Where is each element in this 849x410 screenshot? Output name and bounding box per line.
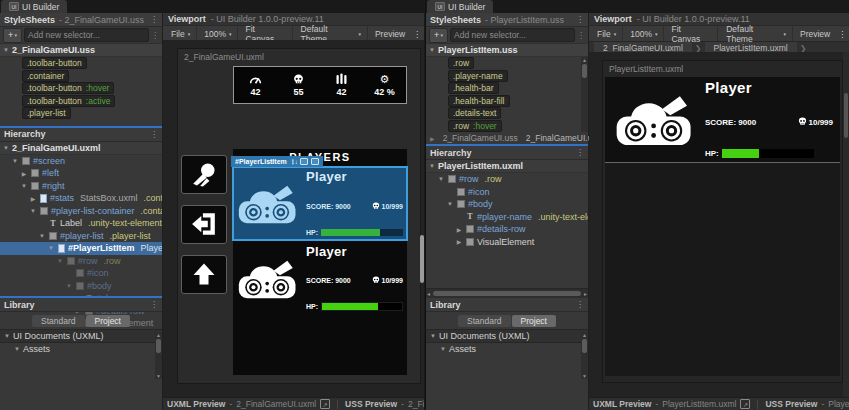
expand-arrow-icon[interactable]: ▼ [440,346,446,352]
hierarchy-item-icon[interactable]: #icon [0,267,162,280]
scroll-thumb[interactable] [433,291,581,296]
hierarchy-item-left[interactable]: ▶#left [0,167,162,180]
zoom-select[interactable]: 100%▾ [624,26,664,41]
open-external-icon[interactable]: ↗ [740,399,750,409]
uss-selector-row[interactable]: .player-name [426,70,588,83]
scroll-right-icon[interactable]: ▸ [584,290,587,297]
pane-menu-icon[interactable]: ⋮ [150,15,158,24]
uss-selector-row[interactable]: .row:hover [426,120,588,133]
scrollbar[interactable]: ▲ ▼ [581,332,588,379]
tab-ui-builder[interactable]: UI UI Builder [1,0,67,13]
pane-menu-icon[interactable]: ⋮ [150,300,158,309]
selector-menu-icon[interactable]: ⋮ [151,31,159,40]
selector-menu-icon[interactable]: ⋮ [577,31,585,40]
viewport-menu-icon[interactable]: ⋮ [412,29,422,39]
expand-arrow-icon[interactable]: ▼ [38,233,46,239]
horizontal-scrollbar[interactable]: ◂ ▸ [426,288,588,298]
hierarchy-item-row[interactable]: ▼#row.row [426,173,588,186]
tab-ui-builder[interactable]: UI UI Builder [427,0,493,13]
players-panel[interactable]: PLAYERS #PlayerListItem⋮↓ PlayerSCORE: 9… [233,149,407,375]
player-list-item[interactable]: PlayerSCORE: 900010/999HP: [233,242,407,315]
uss-selector[interactable]: .player-name [448,70,508,82]
library-tab-standard[interactable]: Standard [32,315,85,327]
uss-selector[interactable]: .toolbar-button:active [22,95,115,107]
hierarchy-item-details-row[interactable]: ▶#details-row [426,223,588,236]
uss-selector-row[interactable]: .row [426,57,588,70]
scroll-thumb[interactable] [420,235,424,283]
scroll-down-icon[interactable]: ▼ [156,373,161,379]
scroll-thumb[interactable] [582,339,587,353]
canvas[interactable]: 2_FinalGameUI.uxml 425542⚙42 % PLAYERS #… [177,48,421,384]
pane-menu-icon[interactable]: ⋮ [576,148,584,157]
stats-box[interactable]: 425542⚙42 % [233,66,407,104]
add-selector-button[interactable]: +▾ [3,28,22,43]
add-selector-input[interactable]: Add new selector... [450,28,575,42]
expand-arrow-icon[interactable]: ▼ [56,258,64,264]
uxml-root-row[interactable]: ▼ 2_FinalGameUI.uxml [0,142,162,155]
uss-selector[interactable]: .health-bar [448,82,499,94]
pane-menu-icon[interactable]: ⋮ [576,15,584,24]
hierarchy-item-row[interactable]: ▼#row.row [0,255,162,268]
theme-select[interactable]: Default Theme▾ [720,26,793,41]
expand-arrow-icon[interactable]: ▼ [4,333,10,339]
unpack-instance-icon[interactable] [311,158,319,165]
pane-menu-icon[interactable]: ⋮ [150,130,158,139]
uss-footer-row[interactable]: ▶ 2_FinalGameUI.uss 2_FinalGameUI.uxml [426,132,588,144]
open-external-icon[interactable]: ↗ [320,399,330,409]
uss-selector-row[interactable]: .health-bar-fill [426,95,588,108]
file-menu-button[interactable]: File▾ [165,26,197,41]
expand-arrow-icon[interactable]: ▶ [20,170,28,177]
game-toolbar-button-up-arrow[interactable] [181,255,227,294]
expand-arrow-icon[interactable]: ▼ [437,176,445,182]
uss-selector-row[interactable]: .player-list [0,107,162,120]
preview-button[interactable]: Preview [794,26,836,41]
scroll-thumb[interactable] [844,93,848,138]
selection-tag[interactable]: #PlayerListItem⋮↓ [231,156,323,167]
hierarchy-item-stats[interactable]: ▶#statsStatsBox.uxml.container [0,192,162,205]
scroll-up-icon[interactable]: ▲ [156,332,161,338]
game-toolbar-button-comet[interactable] [181,155,227,194]
uss-selector-row[interactable]: .toolbar-button:hover [0,82,162,95]
library-section-assets[interactable]: ▼Assets [0,342,162,355]
hierarchy-item-playerlistitem[interactable]: ▼#PlayerListItemPlayerListItem.u [0,242,162,255]
player-list-item[interactable]: #PlayerListItem⋮↓ PlayerSCORE: 900010/99… [233,167,407,240]
library-section-assets[interactable]: ▼Assets [426,342,588,355]
uss-selector[interactable]: .health-bar-fill [448,95,510,107]
scrollbar[interactable]: ▲ [581,57,588,132]
reorder-icon[interactable]: ⋮↓ [290,158,297,165]
scroll-thumb[interactable] [156,339,161,353]
uss-selector-row[interactable]: .details-text [426,107,588,120]
expand-arrow-icon[interactable]: ▼ [11,158,19,164]
uss-selector-row[interactable]: .health-bar [426,82,588,95]
expand-arrow-icon[interactable]: ▼ [20,183,28,189]
hierarchy-item-label[interactable]: TLabel.unity-text-element .unity- [0,217,162,230]
hierarchy-item-body[interactable]: ▼#body [426,198,588,211]
viewport-menu-icon[interactable]: ⋮ [837,29,847,39]
uss-selector-row[interactable]: .toolbar-button:active [0,95,162,108]
file-menu-button[interactable]: File▾ [591,26,623,41]
zoom-select[interactable]: 100%▾ [198,26,238,41]
library-tab-standard[interactable]: Standard [458,315,511,327]
uss-selector[interactable]: .details-text [448,107,501,119]
pane-menu-icon[interactable]: ⋮ [576,300,584,309]
scroll-down-icon[interactable]: ▼ [582,373,587,379]
expand-arrow-icon[interactable]: ▼ [430,333,436,339]
uss-root-row[interactable]: ▼ PlayerListItem.uss [426,44,588,57]
scroll-thumb[interactable] [582,64,587,78]
player-list-item-row[interactable]: Player SCORE: 9000 10/999 HP: [605,77,840,163]
uss-selector[interactable]: .row:hover [448,120,502,132]
expand-arrow-icon[interactable]: ▼ [446,201,454,207]
scroll-up-icon[interactable]: ▲ [582,57,587,63]
hierarchy-item-right[interactable]: ▼#right [0,180,162,193]
expand-arrow-icon[interactable]: ▼ [14,346,20,352]
uss-selector-row[interactable]: .container [0,70,162,83]
hierarchy-item-player-list-container[interactable]: ▼#player-list-container.container [0,205,162,218]
hierarchy-item-player-list[interactable]: ▼#player-list.player-list [0,230,162,243]
expand-arrow-icon[interactable]: ▼ [65,283,73,289]
hierarchy-item-body[interactable]: ▼#body [0,280,162,293]
library-section-uxml[interactable]: ▼UI Documents (UXML) [426,329,588,342]
game-toolbar-button-exit[interactable] [181,205,227,244]
uss-selector[interactable]: .player-list [22,107,71,119]
library-section-uxml[interactable]: ▼UI Documents (UXML) [0,329,162,342]
uss-selector-row[interactable]: .toolbar-button [0,57,162,70]
